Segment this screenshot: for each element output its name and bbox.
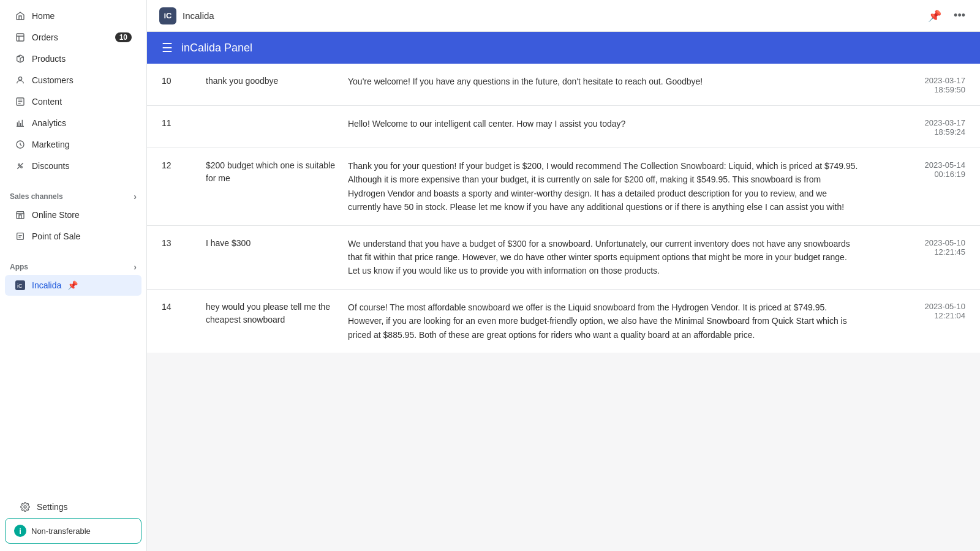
conv-timestamp: 2023-05-1400:16:19	[867, 159, 965, 179]
conv-user-message: hey would you please tell me the cheapes…	[206, 301, 341, 326]
products-icon	[15, 53, 26, 64]
conv-response: Thank you for your question! If your bud…	[348, 159, 860, 214]
sidebar-item-discounts-label: Discounts	[32, 161, 69, 171]
incalida-icon: iC	[15, 280, 26, 291]
svg-point-5	[21, 167, 23, 168]
sidebar-item-marketing-label: Marketing	[32, 140, 69, 149]
sidebar-item-online-store[interactable]: Online Store	[5, 204, 141, 225]
svg-rect-6	[17, 233, 24, 240]
conversations-table: 10 thank you goodbye You're welcome! If …	[147, 64, 980, 353]
orders-icon	[15, 32, 26, 43]
app-logo: iC	[159, 7, 176, 24]
sidebar-item-customers[interactable]: Customers	[5, 70, 141, 91]
incalida-pin-icon[interactable]: 📌	[67, 280, 78, 290]
main-area: iC Incalida 📌 ••• ☰ inCalida Panel 10 th…	[147, 0, 980, 551]
panel-title: inCalida Panel	[181, 42, 252, 54]
non-transferable-label: Non-transferable	[31, 527, 91, 536]
home-icon	[15, 10, 26, 21]
sidebar-item-home-label: Home	[32, 11, 55, 21]
conv-timestamp: 2023-03-1718:59:24	[867, 117, 965, 137]
table-row: 10 thank you goodbye You're welcome! If …	[147, 64, 980, 106]
conv-timestamp: 2023-03-1718:59:50	[867, 75, 965, 94]
orders-badge: 10	[115, 32, 132, 42]
apps-title: Apps	[10, 263, 28, 271]
pin-button[interactable]: 📌	[925, 7, 944, 25]
analytics-icon	[15, 118, 26, 129]
sidebar-item-discounts[interactable]: Discounts	[5, 156, 141, 176]
more-button[interactable]: •••	[951, 7, 968, 24]
sidebar-item-incalida-label: Incalida	[32, 280, 61, 290]
sidebar-item-point-of-sale[interactable]: Point of Sale	[5, 226, 141, 247]
content-icon	[15, 96, 26, 107]
svg-rect-0	[17, 34, 24, 41]
topbar-title: Incalida	[183, 10, 919, 21]
sidebar-item-customers-label: Customers	[32, 75, 74, 85]
svg-text:iC: iC	[17, 283, 23, 289]
table-row: 13 I have $300 We understand that you ha…	[147, 226, 980, 290]
sidebar-item-settings[interactable]: Settings	[10, 497, 137, 517]
panel-menu-icon[interactable]: ☰	[162, 40, 173, 55]
table-row: 12 $200 budget which one is suitable for…	[147, 148, 980, 226]
sidebar-item-marketing[interactable]: Marketing	[5, 134, 141, 155]
sidebar-item-content[interactable]: Content	[5, 91, 141, 112]
panel-header: ☰ inCalida Panel	[147, 32, 980, 64]
svg-point-1	[18, 77, 21, 80]
apps-chevron[interactable]: ›	[134, 262, 137, 272]
conv-response: Hello! Welcome to our intelligent call c…	[348, 117, 860, 130]
settings-label: Settings	[37, 502, 68, 512]
sidebar-item-orders-label: Orders	[32, 32, 58, 42]
sidebar-item-incalida[interactable]: iC Incalida 📌	[5, 275, 141, 296]
conv-response: You're welcome! If you have any question…	[348, 75, 860, 88]
sidebar-item-products[interactable]: Products	[5, 48, 141, 69]
apps-section: Apps ›	[0, 257, 146, 274]
conv-user-message: $200 budget which one is suitable for me	[206, 159, 341, 185]
conv-user-message: thank you goodbye	[206, 75, 341, 88]
conv-id: 11	[162, 117, 198, 128]
table-row: 11 Hello! Welcome to our intelligent cal…	[147, 106, 980, 148]
store-icon	[15, 209, 26, 220]
conv-id: 12	[162, 159, 198, 170]
content-area: 10 thank you goodbye You're welcome! If …	[147, 64, 980, 551]
discounts-icon	[15, 160, 26, 171]
non-transferable-box: i Non-transferable	[5, 518, 141, 544]
pos-icon	[15, 231, 26, 242]
marketing-icon	[15, 139, 26, 150]
sidebar-item-orders[interactable]: Orders 10	[5, 27, 141, 48]
topbar: iC Incalida 📌 •••	[147, 0, 980, 32]
svg-point-4	[18, 164, 20, 166]
info-icon: i	[14, 525, 26, 537]
conv-timestamp: 2023-05-1012:21:45	[867, 237, 965, 257]
conv-response: Of course! The most affordable snowboard…	[348, 301, 860, 342]
sidebar-item-analytics[interactable]: Analytics	[5, 113, 141, 133]
sidebar-item-home[interactable]: Home	[5, 6, 141, 26]
sidebar-footer: Settings i Non-transferable	[0, 489, 146, 551]
sales-channels-chevron[interactable]: ›	[134, 192, 137, 201]
conv-timestamp: 2023-05-1012:21:04	[867, 301, 965, 320]
conv-user-message: I have $300	[206, 237, 341, 250]
settings-icon	[20, 501, 31, 512]
sidebar-item-products-label: Products	[32, 54, 66, 64]
conv-response: We understand that you have a budget of …	[348, 237, 860, 278]
table-row: 14 hey would you please tell me the chea…	[147, 290, 980, 353]
sidebar-item-analytics-label: Analytics	[32, 118, 66, 128]
conv-id: 13	[162, 237, 198, 248]
topbar-actions: 📌 •••	[925, 7, 968, 25]
sidebar-item-online-store-label: Online Store	[32, 210, 80, 220]
sales-channels-title: Sales channels	[10, 192, 63, 201]
conv-id: 14	[162, 301, 198, 312]
sidebar: Home Orders 10 Products Customers Cont	[0, 0, 147, 551]
sidebar-item-content-label: Content	[32, 97, 62, 107]
conv-id: 10	[162, 75, 198, 86]
sales-channels-section: Sales channels ›	[0, 187, 146, 204]
svg-point-9	[24, 506, 26, 508]
customers-icon	[15, 75, 26, 86]
sidebar-item-pos-label: Point of Sale	[32, 231, 80, 241]
